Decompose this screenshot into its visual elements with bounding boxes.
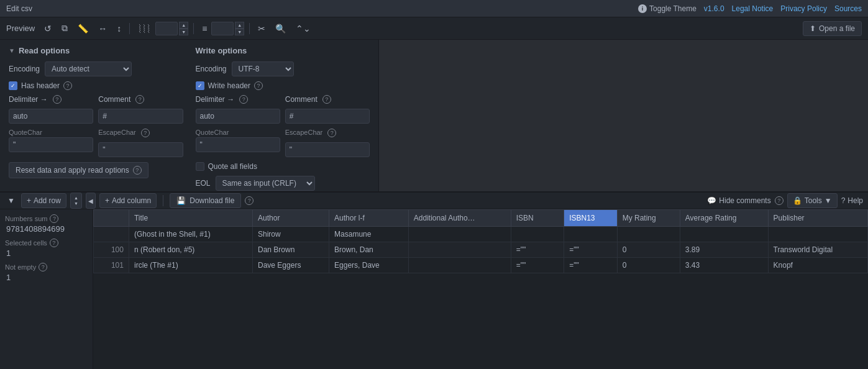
comments-help-icon[interactable]: ? xyxy=(775,196,783,205)
table-cell[interactable]: Dave Eggers xyxy=(253,258,329,273)
sources-link[interactable]: Sources xyxy=(834,4,862,13)
write-escapechar-input[interactable] xyxy=(285,142,370,157)
col-header-my-rating[interactable]: My Rating xyxy=(617,210,680,227)
copy-button[interactable]: ⧉ xyxy=(58,21,71,35)
table-cell[interactable]: 0 xyxy=(617,242,680,258)
collapse-button[interactable]: ▼ xyxy=(5,195,17,206)
write-delimiter-help-icon[interactable]: ? xyxy=(239,95,248,104)
col1-down[interactable]: ▼ xyxy=(179,29,188,35)
col-header-isbn[interactable]: ISBN xyxy=(511,210,564,227)
write-header-checkbox[interactable] xyxy=(196,81,204,90)
col-header-publisher[interactable]: Publisher xyxy=(768,210,867,227)
legal-notice-link[interactable]: Legal Notice xyxy=(732,4,774,13)
zoom-button[interactable]: 🔍 xyxy=(272,22,289,35)
refresh-button[interactable]: ↺ xyxy=(41,22,55,35)
height-button[interactable]: ↕ xyxy=(114,22,124,35)
toggle-theme-button[interactable]: i Toggle Theme xyxy=(638,4,697,13)
column-value-1[interactable]: 0 xyxy=(155,22,178,35)
chevrons-button[interactable]: ⌃⌄ xyxy=(293,22,314,35)
table-cell[interactable]: Dan Brown xyxy=(253,242,329,258)
table-row[interactable]: 100n (Robert don, #5)Dan BrownBrown, Dan… xyxy=(94,242,868,258)
hide-comments-button[interactable]: 💬 Hide comments xyxy=(707,196,770,205)
help-button[interactable]: ? Help xyxy=(841,196,863,205)
table-cell[interactable]: ="" xyxy=(511,242,564,258)
table-cell[interactable] xyxy=(768,227,867,242)
expand-button[interactable]: ↔ xyxy=(95,22,110,35)
read-escapechar-input[interactable] xyxy=(98,142,183,157)
col-header-additional-author[interactable]: Additional Autho… xyxy=(408,210,511,227)
col-header-author-lf[interactable]: Author l-f xyxy=(329,210,409,227)
col-header-author[interactable]: Author xyxy=(253,210,329,227)
read-delimiter-input[interactable] xyxy=(9,109,93,124)
eol-select[interactable]: Same as input (CRLF) xyxy=(216,176,315,191)
table-cell[interactable]: ="" xyxy=(564,258,617,273)
download-file-button[interactable]: 💾 Download file xyxy=(170,193,241,208)
collapse-handle[interactable]: ◀ xyxy=(86,193,96,209)
table-cell[interactable]: Knopf xyxy=(768,258,867,273)
quote-all-fields-checkbox[interactable] xyxy=(196,162,204,171)
col1-up[interactable]: ▲ xyxy=(179,22,188,29)
open-file-button[interactable]: ⬆ Open a file xyxy=(803,21,862,36)
table-cell[interactable] xyxy=(408,227,511,242)
table-row[interactable]: 101ircle (The #1)Dave EggersEggers, Dave… xyxy=(94,258,868,273)
version-link[interactable]: v1.6.0 xyxy=(704,4,724,13)
table-cell[interactable]: ="" xyxy=(564,242,617,258)
col2-down[interactable]: ▼ xyxy=(235,29,244,35)
write-header-help-icon[interactable]: ? xyxy=(254,81,263,90)
table-cell[interactable] xyxy=(511,227,564,242)
table-cell[interactable] xyxy=(94,227,129,242)
table-row[interactable]: (Ghost in the Shell, #1)ShirowMasamune xyxy=(94,227,868,242)
table-cell[interactable]: Eggers, Dave xyxy=(329,258,409,273)
read-delimiter-help-icon[interactable]: ? xyxy=(53,95,62,104)
table-cell[interactable]: ="" xyxy=(511,258,564,273)
write-delimiter-input[interactable] xyxy=(196,109,280,124)
row-reorder-button[interactable]: ▲ ▼ xyxy=(70,193,82,209)
column-value-2[interactable]: 0 xyxy=(211,22,234,35)
table-cell[interactable]: 0 xyxy=(617,258,680,273)
selected-cells-help-icon[interactable]: ? xyxy=(50,239,58,247)
add-row-button[interactable]: + Add row xyxy=(21,193,66,208)
write-comment-help-icon[interactable]: ? xyxy=(322,95,331,104)
scissors-button[interactable]: ✂ xyxy=(255,22,268,35)
table-cell[interactable]: 3.43 xyxy=(680,258,768,273)
table-cell[interactable] xyxy=(617,227,680,242)
table-cell[interactable]: Brown, Dan xyxy=(329,242,409,258)
ruler-button[interactable]: 📏 xyxy=(75,22,91,35)
read-escapechar-help-icon[interactable]: ? xyxy=(141,129,150,137)
write-comment-input[interactable] xyxy=(285,109,370,124)
add-column-button[interactable]: + Add column xyxy=(99,193,157,208)
has-header-checkbox[interactable] xyxy=(9,81,17,90)
write-encoding-select[interactable]: UTF-8 xyxy=(232,62,294,76)
privacy-policy-link[interactable]: Privacy Policy xyxy=(780,4,827,13)
reset-help-icon[interactable]: ? xyxy=(133,166,142,175)
table-cell[interactable]: 101 xyxy=(94,258,129,273)
table-cell[interactable]: n (Robert don, #5) xyxy=(129,242,252,258)
table-container[interactable]: Title Author Author l-f Additional Autho… xyxy=(93,209,868,369)
read-encoding-select[interactable]: Auto detect xyxy=(45,62,132,76)
reset-button[interactable]: Reset data and apply read options ? xyxy=(9,162,148,178)
table-cell[interactable] xyxy=(680,227,768,242)
table-cell[interactable]: Masamune xyxy=(329,227,409,242)
table-cell[interactable]: 100 xyxy=(94,242,129,258)
download-help-icon[interactable]: ? xyxy=(245,196,254,205)
table-cell[interactable]: Transworld Digital xyxy=(768,242,867,258)
write-escapechar-help-icon[interactable]: ? xyxy=(327,129,336,137)
col-header-avg-rating[interactable]: Average Rating xyxy=(680,210,768,227)
table-cell[interactable]: ircle (The #1) xyxy=(129,258,252,273)
table-cell[interactable] xyxy=(408,242,511,258)
table-cell[interactable]: 3.89 xyxy=(680,242,768,258)
col-header-rownum[interactable] xyxy=(94,210,129,227)
tools-button[interactable]: 🔒 Tools ▼ xyxy=(787,193,838,208)
table-cell[interactable] xyxy=(408,258,511,273)
has-header-help-icon[interactable]: ? xyxy=(63,81,72,90)
read-quotechar-input[interactable] xyxy=(9,137,93,152)
read-comment-input[interactable] xyxy=(98,109,183,124)
col-header-title[interactable]: Title xyxy=(129,210,252,227)
table-cell[interactable]: Shirow xyxy=(253,227,329,242)
not-empty-help-icon[interactable]: ? xyxy=(39,263,47,271)
table-cell[interactable] xyxy=(564,227,617,242)
col-header-isbn13[interactable]: ISBN13 xyxy=(564,210,617,227)
table-cell[interactable]: (Ghost in the Shell, #1) xyxy=(129,227,252,242)
numbers-sum-help-icon[interactable]: ? xyxy=(50,214,58,223)
col2-up[interactable]: ▲ xyxy=(235,22,244,29)
